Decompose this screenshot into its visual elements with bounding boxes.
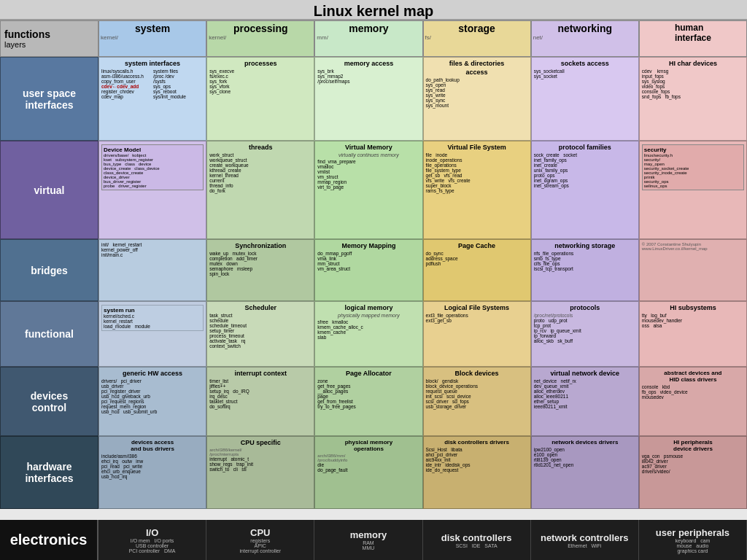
cell-stor-virtual: Virtual File System file inode inode_ope… (423, 141, 531, 239)
cell-system-bridges: init/ kernel_restart kernel_power_off in… (98, 239, 206, 301)
cell-stor-devices: Block devices block/ gendisk block_devic… (423, 367, 531, 436)
cell-net-virtual: protocol families sock_create socket ine… (531, 141, 639, 239)
header-processing: processing kernel/ (206, 20, 314, 57)
cell-hi-user: HI char devices cdev kmsg input_fops sys… (639, 57, 747, 141)
cell-stor-hardware: disk controllers drivers Scsi_Host libat… (423, 436, 531, 509)
cell-net-devices: virtual network device net_device netif_… (531, 367, 639, 436)
cell-system-functional: system run kernel/sched.c kernel_restart… (98, 301, 206, 367)
cell-stor-bridges: Page Cache do_sync address_space pdflush (423, 239, 531, 301)
cell-mem-functional: logical memory physically mapped memory … (314, 301, 422, 367)
elec-peripherals: user peripherals keyboard cam mouse audi… (639, 520, 747, 560)
label-virtual: virtual (0, 141, 98, 239)
row-functional: functional system run kernel/sched.c ker… (0, 301, 747, 367)
row-hardware: hardwareinterfaces devices accessand bus… (0, 436, 747, 509)
electronics-bar: electronics I/O I/O mem I/O ports USB co… (0, 520, 747, 560)
header-layers-label: functions layers (0, 20, 98, 57)
cell-system-virtual: Device Model drivers/base/ kobject kset … (98, 141, 206, 239)
label-user-space: user spaceinterfaces (0, 57, 98, 141)
elec-disk: disk controllers SCSI IDE SATA (423, 520, 531, 560)
cell-mem-devices: Page Allocator zone get_free_pages __all… (314, 367, 422, 436)
cell-proc-user: processes sys_execve fs/exec.c sys_fork … (206, 57, 314, 141)
cell-mem-bridges: Memory Mapping do_mmap_pgoff vma_link mm… (314, 239, 422, 301)
cell-hi-bridges: © 2007 Constantine Shulyupin www.LinuxDr… (639, 239, 747, 301)
cell-proc-devices: interrupt context timer_list jiffies++ s… (206, 367, 314, 436)
cell-mem-user: memory access sys_brk sys_mmap2 /proc/se… (314, 57, 422, 141)
diagram-wrapper: functions layers system kernel/ processi… (0, 20, 747, 560)
cell-hi-functional: HI subsystems tty log_buf mousedev_handl… (639, 301, 747, 367)
cell-proc-hardware: CPU specific arch/i386/kernel//proc/inte… (206, 436, 314, 509)
elec-network: network controllers Ethernet WiFi (531, 520, 639, 560)
page-title: Linux kernel map (0, 0, 747, 20)
row-user: user spaceinterfaces system interfaces l… (0, 57, 747, 141)
header-networking: networking net/ (531, 20, 639, 57)
cell-proc-functional: Scheduler task_struct schedule schedule_… (206, 301, 314, 367)
header-row: functions layers system kernel/ processi… (0, 20, 747, 57)
cell-net-user: sockets access sys_socketcall sys_socket (531, 57, 639, 141)
cell-net-functional: protocols /proc/net/protocols proto udp_… (531, 301, 639, 367)
electronics-label: electronics (0, 520, 98, 560)
row-devices: devicescontrol generic HW access drivers… (0, 367, 747, 436)
header-human: humaninterface (639, 20, 747, 57)
header-memory: memory mm/ (314, 20, 422, 57)
header-storage: storage fs/ (423, 20, 531, 57)
cell-proc-virtual: threads work_struct workqueue_struct cre… (206, 141, 314, 239)
elec-memory: memory RAM MMU (314, 520, 422, 560)
cell-hi-virtual: security linux/security.h security/ may_… (639, 141, 747, 239)
cell-mem-virtual: Virtual Memory virtually continues memor… (314, 141, 422, 239)
cell-hi-hardware: HI peripheralsdevice drivers vga_con psm… (639, 436, 747, 509)
elec-cpu: CPU registers APIC interrupt controller (206, 520, 314, 560)
row-bridges: bridges init/ kernel_restart kernel_powe… (0, 239, 747, 301)
cell-mem-hardware: physical memoryoperations arch/i386/mm//… (314, 436, 422, 509)
cell-stor-functional: Logical File Systems ext3_file_operation… (423, 301, 531, 367)
label-hardware: hardwareinterfaces (0, 436, 98, 509)
cell-system-devices: generic HW access drivers/ pci_driver us… (98, 367, 206, 436)
cell-hi-devices: abstract devices andHID class drivers co… (639, 367, 747, 436)
header-system: system kernel/ (98, 20, 206, 57)
elec-io: I/O I/O mem I/O ports USB controller PCI… (98, 520, 206, 560)
label-functional: functional (0, 301, 98, 367)
cell-net-bridges: networking storage nfs_file_operations s… (531, 239, 639, 301)
cell-proc-bridges: Synchronization wake_up mutex_lock compl… (206, 239, 314, 301)
main-container: Linux kernel map functions layers system… (0, 0, 747, 560)
row-virtual: virtual Device Model drivers/base/ kobje… (0, 141, 747, 239)
cell-system-hardware: devices accessand bus drivers include/as… (98, 436, 206, 509)
cell-system-user: system interfaces linux/syscalls.h asm-i… (98, 57, 206, 141)
label-bridges: bridges (0, 239, 98, 301)
label-devices: devicescontrol (0, 367, 98, 436)
cell-net-hardware: network devices drivers ipw2100_open e10… (531, 436, 639, 509)
cell-stor-user: files & directories access do_path_looku… (423, 57, 531, 141)
